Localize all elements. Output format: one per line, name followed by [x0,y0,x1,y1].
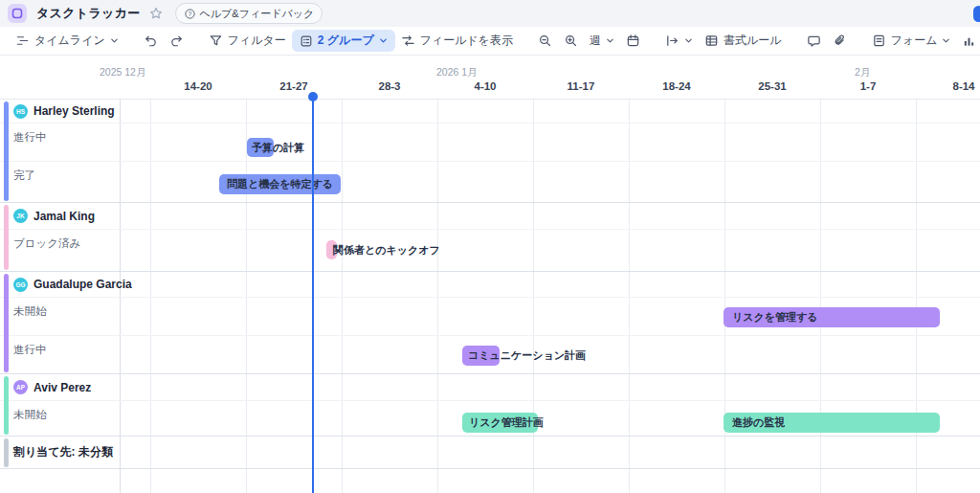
zoom-in-button[interactable] [558,31,584,51]
chevron-down-icon [684,36,693,45]
form-button[interactable]: フォーム [866,30,957,52]
paperclip-icon [833,34,847,48]
task-bar[interactable]: 関係者とのキックオフ [326,240,337,259]
task-label: 予算の計算 [247,138,304,158]
format-rules-button[interactable]: 書式ルール [699,30,788,52]
chevron-down-icon [110,36,119,45]
week-label: 8-14 [916,80,980,92]
help-icon: ? [184,8,196,20]
top-bar: タスクトラッカー ? ヘルプ&フィードバック [0,0,980,27]
task-label: 問題と機会を特定する [219,174,333,194]
jump-arrow-icon [665,34,679,48]
jump-to-today-button[interactable] [620,31,646,51]
zoom-out-button[interactable] [532,31,558,51]
filter-button[interactable]: フィルター [203,30,292,52]
group-header-row[interactable]: HS Harley Sterling [0,100,980,123]
form-icon [872,34,886,48]
status-row: 進行中 [0,123,980,162]
week-label: 4-10 [437,80,533,92]
group-strip [4,274,9,372]
app-logo-icon [8,4,27,23]
status-label: ブロック済み [13,236,80,251]
status-row: 完了 [0,162,980,203]
group-header-row[interactable]: AP Aviv Perez [0,374,980,401]
group-name: 割り当て先: 未分類 [13,444,113,460]
task-label: 関係者とのキックオフ [326,240,440,260]
redo-icon [169,34,184,48]
bar-chart-icon [962,34,976,48]
task-label: リスクを管理する [724,307,818,327]
group-label: 2 グループ [318,33,374,49]
status-label: 進行中 [13,130,47,145]
timeline-date-header: 2025 12月 2026 1月 2月 14-20 21-27 28-3 4-1… [0,56,980,99]
comments-button[interactable] [801,31,827,51]
scroll-options-button[interactable] [659,31,699,51]
zoom-unit-select[interactable]: 週 [584,30,620,52]
zoom-in-icon [564,34,578,48]
group-name: Harley Sterling [33,104,115,118]
redo-button[interactable] [164,31,189,51]
form-label: フォーム [891,33,938,49]
attachments-button[interactable] [827,31,853,51]
undo-button[interactable] [138,31,164,51]
table-icon [704,34,719,48]
month-label: 2月 [855,66,870,79]
group-strip [4,376,9,435]
task-bar[interactable]: 進捗の監視 [724,413,940,433]
week-label: 1-7 [820,80,916,92]
week-label: 21-27 [246,80,342,92]
group-header-row[interactable]: 割り当て先: 未分類 [0,437,980,469]
group-icon [300,34,313,48]
group-strip [4,101,9,201]
group-button[interactable]: 2 グループ [292,30,395,52]
task-bar[interactable]: 問題と機会を特定する [219,174,341,194]
page-title: タスクトラッカー [36,5,141,22]
svg-text:?: ? [188,10,191,16]
week-label: 18-24 [629,80,724,92]
zoom-unit-label: 週 [590,33,601,49]
task-label: コミュニケーション計画 [462,346,586,366]
chevron-down-icon [606,36,614,45]
status-label: 完了 [13,168,35,183]
week-label: 11-17 [533,80,629,92]
week-label: 14-20 [150,80,246,92]
help-feedback-button[interactable]: ? ヘルプ&フィードバック [175,3,323,24]
edge-blue-button[interactable] [973,6,980,22]
format-rules-label: 書式ルール [724,33,782,49]
group-name: Jamal King [33,210,95,223]
task-bar[interactable]: コミュニケーション計画 [462,346,500,366]
undo-icon [144,34,158,48]
group-header-row[interactable]: GG Guadalupe Garcia [0,272,980,298]
group-header-row[interactable]: JK Jamal King [0,203,980,230]
avatar: JK [13,209,28,223]
zoom-out-icon [538,34,552,48]
timeline-grid: HS Harley Sterling 進行中 完了 JK Jamal King … [0,99,980,493]
view-switcher[interactable]: タイムライン [10,30,124,52]
fields-arrows-icon [401,34,415,48]
favorite-star-icon[interactable] [149,7,163,20]
group-name: Guadalupe Garcia [33,278,132,291]
avatar: HS [13,104,28,119]
comment-icon [807,34,821,48]
analytics-button[interactable]: データ分析 [956,30,980,52]
today-line [312,98,314,493]
status-row: ブロック済み [0,230,980,272]
filter-funnel-icon [209,34,223,48]
status-label: 進行中 [13,343,47,357]
today-marker-dot [308,92,318,101]
show-fields-button[interactable]: フィールドを表示 [395,30,519,52]
group-strip [4,438,9,467]
toolbar: タイムライン フィルター 2 グループ フィールドを表示 週 [0,27,980,56]
timeline-view-icon [15,34,30,48]
task-bar[interactable]: リスクを管理する [724,307,940,327]
empty-row [0,469,980,493]
chevron-down-icon [942,36,950,45]
task-bar[interactable]: 予算の計算 [247,138,274,157]
week-label: 28-3 [342,80,437,92]
avatar: GG [13,278,28,292]
group-strip [4,205,9,270]
task-bar[interactable]: リスク管理計画 [462,413,538,433]
month-label: 2026 1月 [436,66,478,79]
calendar-icon [626,34,640,48]
task-label: 進捗の監視 [724,413,785,433]
